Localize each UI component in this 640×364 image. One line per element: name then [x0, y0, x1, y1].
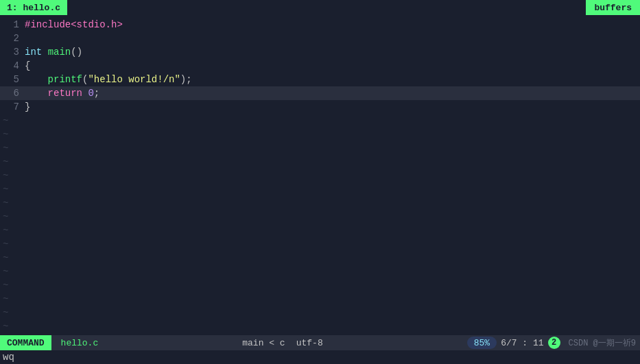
tilde-line-num: ~ [3, 197, 19, 208]
tilde-line: ~ [0, 306, 640, 319]
tilde-line: ~ [0, 278, 640, 292]
line-content: return 0; [25, 88, 99, 99]
tilde-line-num: ~ [3, 293, 19, 304]
status-center: main < c utf-8 [242, 338, 322, 348]
tilde-line: ~ [0, 223, 640, 237]
tilde-line-num: ~ [3, 184, 19, 195]
tilde-line: ~ [0, 196, 640, 210]
active-tab[interactable]: 1: hello.c [0, 0, 67, 15]
tilde-line-num: ~ [3, 335, 19, 335]
status-context: main < c [242, 338, 285, 348]
type-token: int [25, 47, 42, 58]
percent-badge: 85% [467, 337, 497, 349]
line-content: int main() [25, 47, 82, 58]
buffers-button[interactable]: buffers [586, 0, 640, 15]
line-number: 1 [3, 19, 19, 30]
editor-line: 5 printf("hello world!/n"); [0, 73, 640, 86]
line-number: 2 [3, 33, 19, 44]
column-badge: 2 [548, 337, 560, 349]
tilde-line: ~ [0, 141, 640, 155]
line-number: 6 [3, 88, 19, 99]
editor-line: 2 [0, 32, 640, 45]
line-content [25, 33, 30, 44]
line-number: 7 [3, 101, 19, 112]
line-content: #include<stdio.h> [25, 19, 123, 30]
tilde-line-num: ~ [3, 156, 19, 167]
tilde-line-num: ~ [3, 307, 19, 318]
tilde-line: ~ [0, 210, 640, 223]
editor-line: 4{ [0, 59, 640, 73]
tilde-line: ~ [0, 319, 640, 333]
tilde-line: ~ [0, 237, 640, 251]
line-number: 3 [3, 47, 19, 58]
function-token: main [48, 47, 71, 58]
tilde-line: ~ [0, 114, 640, 128]
status-info-right: CSDN @一期一祈9 [569, 337, 636, 349]
string-token: "hello world!/n" [88, 74, 180, 85]
tilde-line-num: ~ [3, 266, 19, 277]
tilde-line-num: ~ [3, 115, 19, 126]
position-badge: 6/7 : 11 [501, 338, 543, 348]
tilde-line: ~ [0, 333, 640, 335]
tilde-line: ~ [0, 292, 640, 306]
editor-line: 7} [0, 100, 640, 114]
line-content: printf("hello world!/n"); [25, 74, 192, 85]
tilde-line-num: ~ [3, 211, 19, 222]
function-token: printf [48, 74, 82, 85]
tilde-line-num: ~ [3, 252, 19, 263]
editor-line: 6 return 0; [0, 86, 640, 100]
tilde-line: ~ [0, 128, 640, 141]
line-content: } [25, 101, 30, 112]
tilde-line-num: ~ [3, 321, 19, 332]
status-left: COMMAND hello.c [0, 335, 98, 350]
tilde-line: ~ [0, 251, 640, 265]
keyword-token: return [48, 88, 82, 99]
tilde-line: ~ [0, 182, 640, 196]
editor-line: 3int main() [0, 45, 640, 59]
tilde-line-num: ~ [3, 143, 19, 154]
command-text: wq [3, 352, 14, 363]
tilde-line-num: ~ [3, 129, 19, 140]
editor-line: 1#include<stdio.h> [0, 18, 640, 32]
line-number: 5 [3, 74, 19, 85]
editor-area: 1#include<stdio.h>2 3int main()4{5 print… [0, 15, 640, 335]
number-token: 0 [88, 88, 93, 99]
status-bar: COMMAND hello.c main < c utf-8 85% 6/7 :… [0, 335, 640, 350]
status-filename: hello.c [61, 338, 99, 348]
mode-badge: COMMAND [0, 335, 51, 350]
status-encoding: utf-8 [296, 338, 323, 348]
status-right: 85% 6/7 : 11 2 CSDN @一期一祈9 [467, 337, 640, 349]
line-number: 4 [3, 60, 19, 71]
tilde-line-num: ~ [3, 225, 19, 236]
tab-bar: 1: hello.c buffers [0, 0, 640, 15]
tilde-line-num: ~ [3, 280, 19, 291]
preprocessor-token: #include<stdio.h> [25, 19, 123, 30]
tilde-line: ~ [0, 265, 640, 278]
tilde-line: ~ [0, 169, 640, 182]
tilde-line-num: ~ [3, 170, 19, 181]
tilde-line-num: ~ [3, 239, 19, 250]
command-line: wq [0, 350, 640, 364]
line-content: { [25, 60, 30, 71]
tilde-line: ~ [0, 155, 640, 169]
